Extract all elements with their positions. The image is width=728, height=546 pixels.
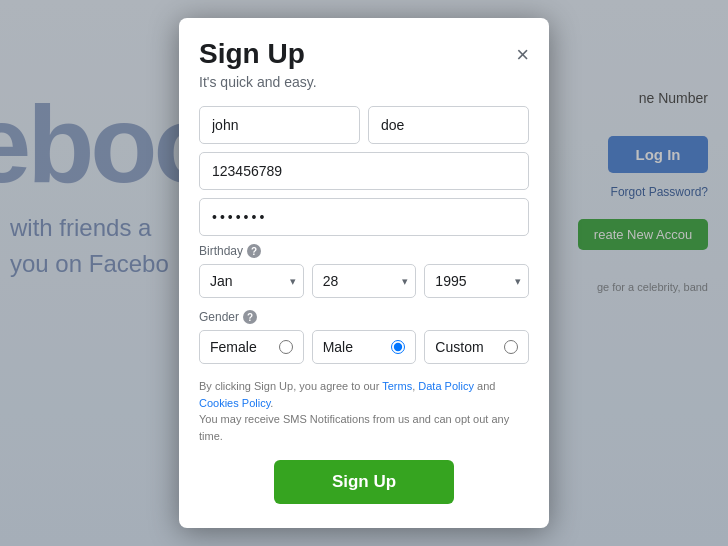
day-select-wrapper: 1234 5678 9101112 13141516 17181920 2122…: [312, 264, 417, 298]
password-row: [199, 198, 529, 236]
gender-custom-option[interactable]: Custom: [424, 330, 529, 364]
gender-female-label: Female: [210, 339, 257, 355]
cookies-policy-link[interactable]: Cookies Policy: [199, 397, 270, 409]
year-select-wrapper: 199019911992 19931994 1995 199619971998 …: [424, 264, 529, 298]
birthday-help-icon[interactable]: ?: [247, 244, 261, 258]
birthday-row: Jan FebMarApr MayJunJul AugSepOct NovDec…: [199, 264, 529, 298]
phone-row: [199, 152, 529, 190]
close-button[interactable]: ×: [516, 44, 529, 66]
gender-female-radio[interactable]: [279, 340, 293, 354]
terms-link[interactable]: Terms: [382, 380, 412, 392]
birthday-label: Birthday ?: [199, 244, 529, 258]
gender-custom-radio[interactable]: [504, 340, 518, 354]
month-select-wrapper: Jan FebMarApr MayJunJul AugSepOct NovDec…: [199, 264, 304, 298]
data-policy-link[interactable]: Data Policy: [418, 380, 474, 392]
gender-label: Gender ?: [199, 310, 529, 324]
gender-help-icon[interactable]: ?: [243, 310, 257, 324]
first-name-input[interactable]: [199, 106, 360, 144]
name-row: [199, 106, 529, 144]
last-name-input[interactable]: [368, 106, 529, 144]
month-select[interactable]: Jan FebMarApr MayJunJul AugSepOct NovDec: [199, 264, 304, 298]
gender-male-label: Male: [323, 339, 353, 355]
signup-button[interactable]: Sign Up: [274, 460, 454, 504]
year-select[interactable]: 199019911992 19931994 1995 199619971998 …: [424, 264, 529, 298]
modal-subtitle: It's quick and easy.: [199, 74, 529, 90]
gender-female-option[interactable]: Female: [199, 330, 304, 364]
password-input[interactable]: [199, 198, 529, 236]
gender-male-option[interactable]: Male: [312, 330, 417, 364]
signup-modal: Sign Up × It's quick and easy. Birthday …: [179, 18, 549, 528]
modal-title: Sign Up: [199, 38, 305, 70]
modal-header: Sign Up ×: [199, 38, 529, 70]
phone-input[interactable]: [199, 152, 529, 190]
day-select[interactable]: 1234 5678 9101112 13141516 17181920 2122…: [312, 264, 417, 298]
gender-row: Female Male Custom: [199, 330, 529, 364]
terms-text: By clicking Sign Up, you agree to our Te…: [199, 378, 529, 444]
gender-male-radio[interactable]: [391, 340, 405, 354]
gender-custom-label: Custom: [435, 339, 483, 355]
